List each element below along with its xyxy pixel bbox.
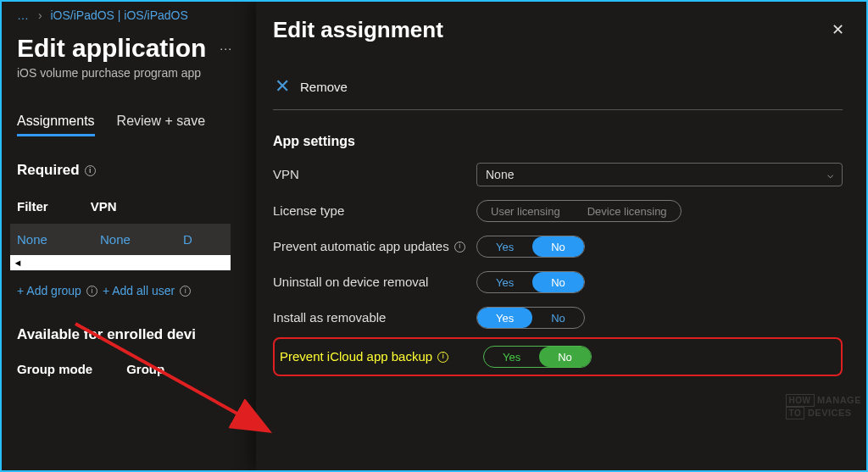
col-group: Group <box>126 362 164 376</box>
remove-label: Remove <box>300 80 348 94</box>
toggle-no[interactable]: No <box>532 272 584 292</box>
breadcrumb[interactable]: … › iOS/iPadOS | iOS/iPadOS <box>17 8 256 22</box>
toggle-no[interactable]: No <box>532 308 584 328</box>
license-device[interactable]: Device licensing <box>574 201 681 221</box>
add-all-users-link[interactable]: + Add all user <box>103 284 175 297</box>
close-icon[interactable]: ✕ <box>832 20 844 39</box>
info-icon[interactable]: i <box>437 352 448 363</box>
chevron-down-icon: ⌵ <box>827 169 833 180</box>
chevron-right-icon: › <box>38 8 42 22</box>
tab-assignments[interactable]: Assignments <box>17 114 95 136</box>
info-icon[interactable]: i <box>86 286 97 297</box>
vpn-dropdown[interactable]: None ⌵ <box>476 163 843 186</box>
add-group-link[interactable]: + Add group <box>17 284 81 297</box>
license-type-toggle[interactable]: User licensing Device licensing <box>476 200 682 222</box>
prevent-icloud-highlight: Prevent iCloud app backup i Yes No <box>273 337 843 376</box>
breadcrumb-segment[interactable]: iOS/iPadOS | iOS/iPadOS <box>50 8 187 22</box>
scrollbar[interactable]: ◄ <box>10 255 231 270</box>
info-icon[interactable]: i <box>454 242 465 253</box>
required-table: Filter VPN None None D ◄ <box>17 199 256 270</box>
table-row[interactable]: None None D <box>10 224 231 255</box>
info-icon[interactable]: i <box>85 165 96 176</box>
cell-vpn[interactable]: None <box>100 232 141 247</box>
toggle-yes[interactable]: Yes <box>477 308 532 328</box>
vpn-label: VPN <box>273 166 476 183</box>
col-filter: Filter <box>17 199 48 214</box>
toggle-yes[interactable]: Yes <box>477 272 532 292</box>
toggle-yes[interactable]: Yes <box>477 236 532 257</box>
remove-x-icon: ✕ <box>273 77 292 96</box>
prevent-updates-toggle[interactable]: Yes No <box>476 236 585 258</box>
available-header: Available for enrolled devi <box>17 326 256 343</box>
cell-filter[interactable]: None <box>17 232 58 247</box>
vpn-value: None <box>486 168 514 181</box>
uninstall-removal-toggle[interactable]: Yes No <box>476 271 585 293</box>
info-icon[interactable]: i <box>180 286 191 297</box>
license-type-label: License type <box>273 203 476 219</box>
remove-button[interactable]: ✕ Remove <box>273 77 843 110</box>
col-group-mode: Group mode <box>17 362 92 376</box>
scroll-left-icon[interactable]: ◄ <box>10 255 25 270</box>
required-header: Required i <box>17 162 256 179</box>
tabs: Assignments Review + save <box>17 114 256 136</box>
toggle-no[interactable]: No <box>539 347 591 367</box>
toggle-no[interactable]: No <box>532 236 584 257</box>
more-icon[interactable]: ··· <box>220 42 232 55</box>
page-title: Edit application <box>17 34 206 63</box>
panel-title: Edit assignment <box>273 17 843 43</box>
toggle-yes[interactable]: Yes <box>484 347 539 367</box>
prevent-updates-label: Prevent automatic app updates i <box>273 238 476 255</box>
watermark: HOW MANAGE TO DEVICES <box>786 394 861 419</box>
install-removable-toggle[interactable]: Yes No <box>476 307 585 329</box>
app-settings-header: App settings <box>273 134 843 149</box>
prevent-icloud-toggle[interactable]: Yes No <box>483 346 592 368</box>
page-subtitle: iOS volume purchase program app <box>17 66 256 80</box>
uninstall-removal-label: Uninstall on device removal <box>273 274 476 291</box>
license-user[interactable]: User licensing <box>477 201 574 221</box>
tab-review-save[interactable]: Review + save <box>117 114 206 136</box>
install-removable-label: Install as removable <box>273 309 476 326</box>
edit-assignment-panel: Edit assignment ✕ ✕ Remove App settings … <box>256 2 866 470</box>
col-vpn: VPN <box>91 199 117 214</box>
breadcrumb-more[interactable]: … <box>17 8 30 22</box>
prevent-icloud-label: Prevent iCloud app backup i <box>280 348 483 365</box>
cell-more[interactable]: D <box>183 232 224 247</box>
